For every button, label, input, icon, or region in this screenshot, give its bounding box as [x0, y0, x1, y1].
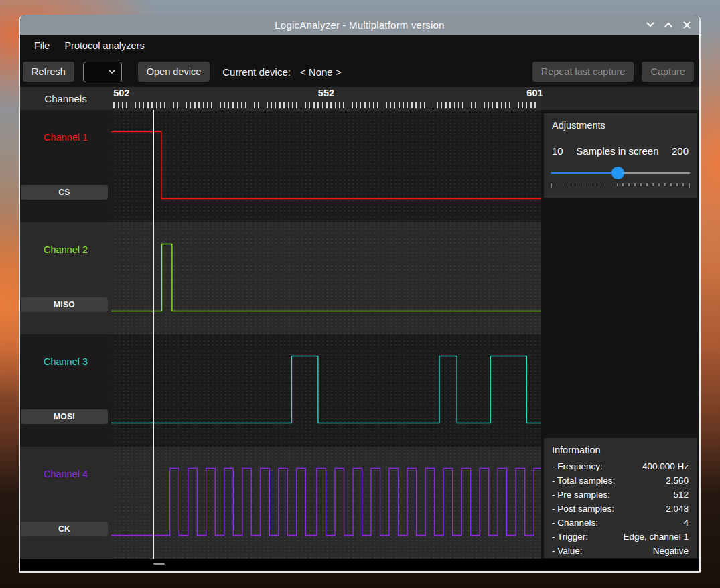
ruler-tick: [143, 102, 145, 108]
trigger-cursor-line[interactable]: [153, 110, 154, 559]
sample-ruler[interactable]: 502552601: [111, 87, 541, 110]
ruler-tick: [254, 102, 255, 108]
ruler-tick: [245, 102, 246, 108]
chevron-down-icon: [108, 69, 116, 74]
info-row: - Frequency:400.000 Hz: [552, 459, 689, 473]
waveform-area-channel-4[interactable]: [111, 447, 541, 559]
close-icon[interactable]: [680, 19, 693, 31]
channel-label-column-3: Channel 3MOSI: [20, 334, 111, 447]
signal-name-button-ck[interactable]: CK: [21, 522, 108, 536]
ruler-tick: [471, 102, 472, 108]
slider-tick: [682, 183, 684, 186]
menubar: File Protocol analyzers: [20, 35, 699, 56]
slider-tick: [599, 183, 600, 186]
slider-tick: [581, 183, 582, 186]
ruler-tick: [122, 102, 123, 108]
signal-name-button-mosi[interactable]: MOSI: [21, 409, 108, 424]
ruler-tick: [309, 102, 311, 108]
ruler-tick: [198, 102, 200, 108]
ruler-tick: [407, 102, 409, 108]
waveform-main-area: Channel 1CSChannel 2MISOChannel 3MOSICha…: [20, 110, 699, 559]
ruler-tick: [250, 102, 251, 108]
ruler-tick: [518, 102, 519, 108]
waveform-area-channel-1[interactable]: [111, 110, 541, 222]
ruler-tick: [505, 102, 506, 108]
channel-row-4: Channel 4CK: [20, 447, 541, 559]
titlebar[interactable]: LogicAnalyzer - Multiplatform version: [20, 15, 699, 35]
horizontal-scrollbar[interactable]: [20, 559, 699, 570]
ruler-tick: [151, 102, 153, 108]
slider-tick: [587, 183, 588, 186]
ruler-tick: [267, 102, 268, 108]
info-row-value: 400.000 Hz: [642, 459, 689, 473]
ruler-tick: [445, 102, 447, 108]
desktop-wallpaper: LogicAnalyzer - Multiplatform version Fi…: [0, 0, 720, 588]
current-device-label: Current device:: [222, 66, 291, 78]
ruler-tick: [241, 102, 242, 108]
ruler-tick: [131, 102, 132, 108]
ruler-tick: [113, 102, 115, 108]
slider-thumb[interactable]: [611, 167, 624, 179]
slider-tick: [689, 183, 690, 188]
channel-row-1: Channel 1CS: [20, 110, 541, 222]
ruler-tick: [429, 102, 430, 108]
channel-name-2[interactable]: Channel 2: [20, 244, 111, 255]
ruler-tick: [501, 102, 502, 108]
open-device-button[interactable]: Open device: [138, 62, 210, 82]
waveform-area-channel-2[interactable]: [111, 222, 541, 335]
channel-name-4[interactable]: Channel 4: [20, 469, 111, 480]
ruler-tick: [322, 102, 323, 108]
info-row: - Pre samples:512: [552, 488, 689, 502]
channel-name-1[interactable]: Channel 1: [20, 132, 111, 143]
device-select-dropdown[interactable]: [83, 62, 122, 82]
channels-header-row: Channels 502552601: [20, 87, 699, 110]
ruler-tick: [288, 102, 289, 108]
ruler-tick: [403, 102, 404, 108]
signal-name-button-cs[interactable]: CS: [21, 185, 108, 200]
signal-name-button-miso[interactable]: MISO: [21, 297, 108, 312]
ruler-tick: [211, 102, 212, 108]
ruler-tick: [373, 102, 374, 108]
ruler-tick: [283, 102, 285, 108]
minimize-icon[interactable]: [644, 19, 656, 31]
info-row-label: - Post samples:: [552, 502, 614, 516]
ruler-tick: [462, 102, 463, 108]
waveform-area-channel-3[interactable]: [111, 334, 541, 447]
info-row: - Total samples:2.560: [552, 473, 689, 488]
menu-protocol-analyzers[interactable]: Protocol analyzers: [57, 38, 151, 54]
menu-file[interactable]: File: [27, 38, 57, 54]
ruler-tick: [514, 102, 515, 108]
channel-label-column-1: Channel 1CS: [20, 110, 111, 222]
refresh-button[interactable]: Refresh: [23, 62, 74, 82]
repeat-last-capture-button[interactable]: Repeat last capture: [532, 62, 634, 82]
channel-name-3[interactable]: Channel 3: [20, 356, 111, 367]
ruler-tick: [522, 102, 523, 108]
ruler-tick: [415, 102, 417, 108]
waveform-trace-cs: [111, 110, 541, 222]
ruler-tick: [454, 102, 455, 108]
capture-button[interactable]: Capture: [642, 62, 694, 82]
current-device-value: < None >: [300, 66, 342, 78]
info-row-label: - Frequency:: [552, 459, 603, 473]
right-side-column: Adjustments 10 Samples in screen 200 Inf: [541, 110, 699, 559]
ruler-label-502: 502: [113, 88, 129, 98]
ruler-tick: [356, 102, 357, 108]
info-row-value: Negative: [653, 544, 689, 558]
info-row: - Trigger:Edge, channel 1: [552, 530, 689, 544]
waveform-trace-ck: [111, 447, 541, 559]
slider-tick: [593, 183, 594, 186]
horizontal-scrollbar-thumb[interactable]: [153, 563, 165, 565]
ruler-tick: [484, 102, 485, 108]
slider-tick: [646, 183, 648, 186]
ruler-tick: [424, 102, 425, 108]
ruler-tick: [126, 102, 127, 108]
maximize-icon[interactable]: [662, 19, 674, 31]
slider-tick: [611, 183, 612, 186]
ruler-tick: [263, 102, 264, 108]
samples-slider[interactable]: [551, 166, 690, 186]
channels-header-label: Channels: [20, 87, 111, 110]
info-row-label: - Total samples:: [552, 473, 615, 488]
ruler-tick: [275, 102, 277, 108]
ruler-tick: [279, 102, 281, 108]
ruler-tick: [420, 102, 421, 108]
